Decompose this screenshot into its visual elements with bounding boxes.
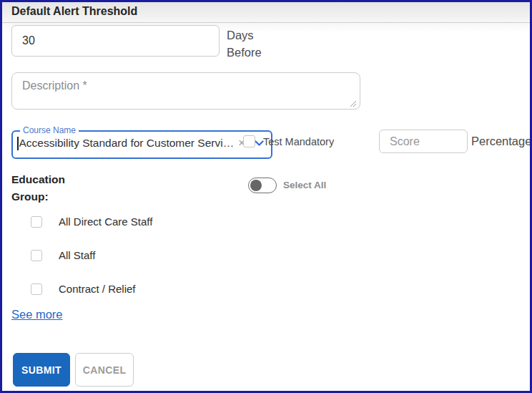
description-textarea[interactable] [11,72,360,110]
test-mandatory-checkbox[interactable] [243,135,255,147]
see-more-link[interactable]: See more [11,308,63,321]
all-direct-care-staff-checkbox[interactable] [31,216,42,228]
submit-button[interactable]: SUBMIT [13,353,70,387]
option-label: Contract / Relief [59,283,136,295]
days-before-label: Days Before [227,26,272,61]
course-name-value[interactable]: Accessibility Standard for Customer Serv… [19,137,235,150]
education-group-label: Education Group: [11,171,77,205]
percentage-label: Percentage [471,135,531,148]
course-name-label: Course Name [20,126,79,135]
test-mandatory-label: Test Mandatory [263,136,334,147]
score-input[interactable] [379,130,468,153]
toggle-knob [250,180,262,191]
education-option-row: All Direct Care Staff [31,215,152,228]
resize-handle-icon[interactable] [348,99,357,107]
cancel-button[interactable]: CANCEL [75,353,134,387]
all-staff-checkbox[interactable] [31,250,42,261]
contract-relief-checkbox[interactable] [31,283,42,295]
education-option-row: All Staff [31,249,95,261]
education-option-row: Contract / Relief [31,283,136,295]
form-title: Default Alert Threshold [11,5,137,18]
days-before-input[interactable] [11,25,220,57]
title-divider [0,22,532,23]
text-caret [17,137,19,150]
alert-threshold-form: Default Alert Threshold Days Before Cour… [0,0,532,393]
course-name-select[interactable]: Course Name Accessibility Standard for C… [11,126,272,159]
select-all-toggle[interactable] [248,178,277,193]
option-label: All Staff [59,249,95,261]
select-all-label: Select All [283,180,326,190]
option-label: All Direct Care Staff [59,215,152,228]
